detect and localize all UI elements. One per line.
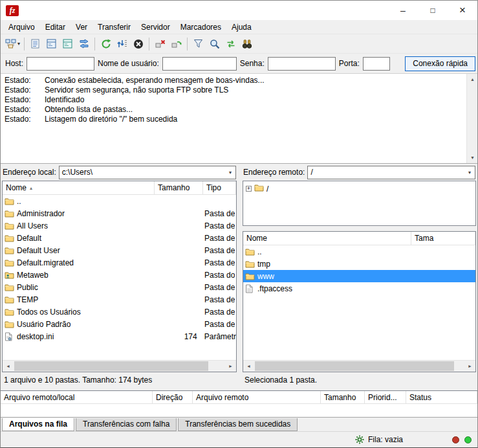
menu-item-arquivo[interactable]: Arquivo <box>3 21 40 33</box>
folder-icon <box>5 296 17 304</box>
process-queue-button[interactable] <box>114 36 130 52</box>
file-name: Administrador <box>17 209 155 218</box>
statusbar-right: Fila: vazia <box>355 435 403 444</box>
menu-item-ver[interactable]: Ver <box>71 21 92 33</box>
list-item[interactable]: Default.migratedPasta de <box>3 256 236 269</box>
reconnect-button[interactable] <box>168 36 184 52</box>
column-header-priorid[interactable]: Priorid... <box>365 391 406 403</box>
tree-node-root[interactable]: + / <box>246 184 473 194</box>
close-button[interactable]: × <box>448 1 477 20</box>
list-item[interactable]: MetawebPasta do <box>3 269 236 281</box>
list-item[interactable]: PublicPasta de <box>3 281 236 293</box>
disconnect-button[interactable] <box>152 36 168 52</box>
host-input[interactable] <box>27 57 94 71</box>
file-type: Pasta de <box>203 246 235 255</box>
site-manager-icon <box>5 39 16 49</box>
list-item[interactable]: tmp <box>243 258 475 270</box>
combo-dropdown-icon[interactable]: ▾ <box>225 170 235 175</box>
list-item[interactable]: desktop.ini174Parâmetr <box>3 330 236 342</box>
column-header-tipo[interactable]: Tipo <box>203 181 236 194</box>
menu-item-ajuda[interactable]: Ajuda <box>226 21 257 33</box>
column-header-label: Tama <box>415 234 433 243</box>
column-header-label: Nome <box>6 183 27 192</box>
scroll-left-icon[interactable]: ◄ <box>3 361 14 372</box>
site-manager-button[interactable]: ▾ <box>4 36 21 52</box>
quickconnect-button[interactable]: Conexão rápida <box>405 56 475 71</box>
log-scrollbar[interactable]: ▲ ▼ <box>466 74 477 163</box>
menu-item-marcadores[interactable]: Marcadores <box>175 21 226 33</box>
sync-icon <box>226 39 236 49</box>
scrollbar-thumb[interactable] <box>14 361 208 371</box>
tree-expand-icon[interactable]: + <box>246 186 252 192</box>
column-header-status[interactable]: Status <box>406 391 477 403</box>
combo-dropdown-icon[interactable]: ▾ <box>464 170 475 175</box>
column-header-nome[interactable]: Nome▴ <box>3 181 155 194</box>
column-header-nome[interactable]: Nome <box>243 232 411 245</box>
local-file-list: Nome▴TamanhoTipo ..AdministradorPasta de… <box>2 181 237 372</box>
remote-tree-icon <box>63 39 72 49</box>
port-input[interactable] <box>363 57 390 71</box>
scroll-down-icon[interactable]: ▼ <box>467 152 477 163</box>
scroll-right-icon[interactable]: ► <box>464 361 475 372</box>
find-files-button[interactable] <box>239 36 255 52</box>
minimize-button[interactable]: – <box>388 1 418 20</box>
list-item[interactable]: TEMPPasta de <box>3 293 236 306</box>
directory-filters-button[interactable] <box>190 36 206 52</box>
toggle-message-log-button[interactable] <box>27 36 43 52</box>
remote-hscrollbar[interactable]: ◄ ► <box>243 360 475 372</box>
file-type: Pasta de <box>203 320 235 329</box>
tree-list-splitter[interactable] <box>241 226 477 231</box>
log-entry-type: Estado: <box>5 95 45 105</box>
list-item[interactable]: .. <box>3 195 236 207</box>
cancel-operation-button[interactable] <box>130 36 146 52</box>
local-address-combo[interactable]: c:\Users\ ▾ <box>59 166 236 179</box>
menu-item-editar[interactable]: Editar <box>40 21 71 33</box>
remote-address-combo[interactable]: / ▾ <box>307 166 475 179</box>
password-input[interactable] <box>268 57 336 71</box>
refresh-button[interactable] <box>98 36 114 52</box>
column-header-tamanho[interactable]: Tamanho <box>155 181 203 194</box>
password-label: Senha: <box>240 59 265 68</box>
column-header-arquivo-remoto[interactable]: Arquivo remoto <box>193 391 321 403</box>
list-item[interactable]: All UsersPasta de <box>3 219 236 232</box>
maximize-button[interactable]: □ <box>418 1 448 20</box>
tab-transferencias-bem-sucedidas[interactable]: Transferências bem sucedidas <box>178 418 298 431</box>
list-item[interactable]: .. <box>243 245 475 258</box>
file-name: www <box>257 272 411 281</box>
synchronized-browsing-button[interactable] <box>223 36 239 52</box>
file-name: All Users <box>17 221 155 230</box>
column-header-tamanho[interactable]: Tamanho <box>321 391 365 403</box>
list-item[interactable]: www <box>243 270 475 282</box>
log-entry-message: Identificado <box>45 95 84 105</box>
list-item[interactable]: AdministradorPasta de <box>3 207 236 219</box>
toggle-local-tree-button[interactable] <box>43 36 60 52</box>
scrollbar-thumb[interactable] <box>255 361 454 371</box>
column-header-arquivo-remoto-local[interactable]: Arquivo remoto/local <box>1 391 153 403</box>
directory-comparison-button[interactable] <box>206 36 223 52</box>
menu-item-transferir[interactable]: Transferir <box>92 21 136 33</box>
column-header-tama[interactable]: Tama <box>411 232 475 245</box>
tab-transferencias-com-falha[interactable]: Transferências com falha <box>76 418 177 431</box>
list-item[interactable]: DefaultPasta de <box>3 232 236 244</box>
queue-settings-gear-icon[interactable] <box>355 435 364 444</box>
file-name: Metaweb <box>17 271 155 280</box>
list-item[interactable]: Todos os UsuáriosPasta de <box>3 306 236 318</box>
toggle-remote-tree-button[interactable] <box>60 36 76 52</box>
scroll-right-icon[interactable]: ► <box>225 361 236 372</box>
toggle-transfer-queue-button[interactable] <box>76 36 92 52</box>
menu-item-servidor[interactable]: Servidor <box>136 21 175 33</box>
list-item[interactable]: Usuário PadrãoPasta de <box>3 318 236 330</box>
list-item[interactable]: .ftpaccess <box>243 282 475 295</box>
username-input[interactable] <box>162 57 237 71</box>
scroll-left-icon[interactable]: ◄ <box>243 361 254 372</box>
local-hscrollbar[interactable]: ◄ ► <box>3 360 236 372</box>
refresh-icon <box>101 39 111 49</box>
tab-arquivos-na-fila[interactable]: Arquivos na fila <box>2 418 74 431</box>
folder-icon <box>5 197 17 205</box>
list-item[interactable]: Default UserPasta de <box>3 244 236 256</box>
remote-address-bar: Endereço remoto: / ▾ <box>241 164 477 181</box>
folder-icon <box>245 260 257 268</box>
activity-indicators <box>452 436 472 443</box>
scroll-up-icon[interactable]: ▲ <box>467 74 477 85</box>
column-header-direcao[interactable]: Direção <box>153 391 193 403</box>
